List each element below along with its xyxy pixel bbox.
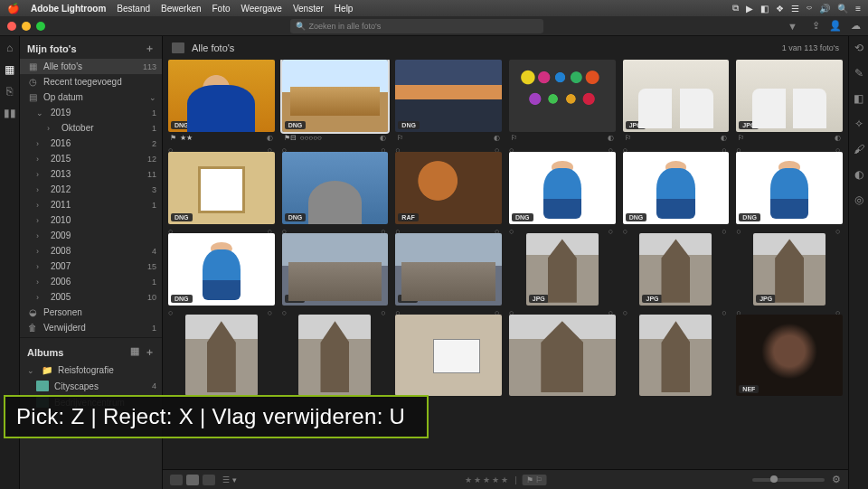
year-row[interactable]: › 2016 2 (20, 136, 162, 151)
apple-menu[interactable]: 🍎 (7, 3, 20, 14)
spotlight-icon[interactable]: 🔍 (837, 4, 848, 14)
photo-thumbnail[interactable]: JPG (282, 233, 389, 306)
photo-thumbnail[interactable] (395, 315, 502, 396)
histogram-icon[interactable]: ⟲ (853, 42, 865, 54)
year-row[interactable]: › 2009 (20, 228, 162, 243)
share-rail-icon[interactable]: ⎘ (4, 85, 16, 98)
photo-thumbnail[interactable]: RAF (395, 152, 502, 224)
book-icon[interactable]: ▮▮ (4, 107, 16, 119)
menu-venster[interactable]: Venster (293, 4, 324, 14)
photo-thumbnail[interactable]: JPG (623, 60, 730, 132)
view-compare-button[interactable] (203, 475, 215, 485)
rating-stars[interactable]: ★★★★★ (465, 475, 510, 484)
edit-icon[interactable]: ✎ (853, 67, 865, 80)
flag-icon[interactable]: ⚑⊟ (284, 134, 297, 142)
photo-thumbnail[interactable]: DNG (395, 60, 502, 132)
status-icon[interactable]: ❖ (776, 4, 784, 14)
photo-cell[interactable]: ○ ○DNG (623, 152, 730, 224)
menu-weergave[interactable]: Weergave (241, 4, 282, 14)
photo-thumbnail[interactable]: JPG (395, 233, 502, 306)
user-icon[interactable]: 👤 (829, 20, 842, 32)
sidebar-item[interactable]: 🗑 Verwijderd 1 (20, 320, 162, 335)
albums-view-icon[interactable]: ▦ (130, 345, 139, 359)
photo-thumbnail[interactable]: JPG (753, 233, 826, 306)
status-icon[interactable]: ⧉ (732, 3, 739, 14)
photo-cell[interactable]: ○ ○ (282, 315, 389, 396)
photo-thumbnail[interactable]: JPG (736, 60, 843, 132)
photo-thumbnail[interactable]: DNG (168, 60, 275, 132)
photo-cell[interactable]: ○ ○JPG⚐ ◐ (623, 60, 730, 143)
sidebar-item[interactable]: ▤ Op datum ⌄ (20, 89, 162, 105)
notifications-icon[interactable]: ≡ (855, 4, 861, 14)
photos-icon[interactable]: ▦ (4, 63, 16, 76)
photo-thumbnail[interactable] (509, 315, 616, 396)
year-row[interactable]: › 2008 4 (20, 243, 162, 259)
photo-cell[interactable]: ○ ○JPG (282, 233, 389, 306)
photo-thumbnail[interactable]: DNG (736, 152, 843, 224)
photo-cell[interactable]: ○ ○JPG (736, 233, 843, 306)
cloud-icon[interactable]: ☁ (851, 20, 861, 32)
sort-button[interactable]: ☰ ▾ (222, 475, 237, 484)
settings-icon[interactable]: ⚙ (832, 474, 841, 485)
status-icon[interactable]: ◧ (760, 4, 769, 14)
flag-icon[interactable]: ⚐ (625, 134, 631, 142)
filter-icon[interactable]: ▼ (788, 21, 797, 32)
sidebar-item[interactable]: ▦ Alle foto's 113 (20, 59, 162, 74)
year-row[interactable]: › 2010 (20, 212, 162, 228)
menu-bewerken[interactable]: Bewerken (161, 4, 201, 14)
menu-help[interactable]: Help (335, 4, 354, 14)
wifi-icon[interactable]: ⌔ (807, 4, 812, 14)
menu-bestand[interactable]: Bestand (117, 4, 150, 14)
year-row[interactable]: › 2006 1 (20, 274, 162, 289)
flag-icon[interactable]: ⚐ (738, 134, 744, 142)
year-row[interactable]: › 2012 3 (20, 182, 162, 197)
window-close-button[interactable] (7, 22, 16, 31)
menu-foto[interactable]: Foto (212, 4, 231, 14)
photo-cell[interactable]: ○ ○DNG (282, 152, 389, 224)
share-icon[interactable]: ⇪ (812, 20, 820, 32)
photo-cell[interactable]: ○ ○DNG (168, 233, 275, 306)
add-icon[interactable]: ＋ (145, 42, 155, 55)
photo-cell[interactable]: ○ ○DNG⚑⊟ ○○○○○ ◐ (282, 60, 389, 143)
flag-icon[interactable]: ⚑ (170, 134, 176, 142)
photo-cell[interactable]: ○ ○ (168, 315, 275, 396)
search-input[interactable]: 🔍 Zoeken in alle foto's (290, 19, 543, 33)
photo-thumbnail[interactable] (185, 315, 258, 396)
year-row[interactable]: › 2013 11 (20, 166, 162, 182)
status-icon[interactable]: ▶ (746, 4, 753, 14)
photo-cell[interactable]: ○ ○ (623, 315, 730, 396)
photo-cell[interactable]: ○ ○JPG (623, 233, 730, 306)
photo-thumbnail[interactable]: DNG (168, 233, 275, 306)
rating-display[interactable]: ★★ (180, 134, 193, 142)
album-item[interactable]: Cityscapes 4 (20, 378, 162, 394)
year-row[interactable]: › 2015 12 (20, 151, 162, 166)
radial-icon[interactable]: ◎ (853, 193, 865, 206)
photo-cell[interactable]: ○ ○⚐ ◐ (509, 60, 616, 143)
photo-cell[interactable]: ○ ○DNG⚐ ◐ (395, 60, 502, 143)
photo-cell[interactable]: ○ ○ (509, 315, 616, 396)
photo-thumbnail[interactable] (509, 60, 616, 132)
photo-thumbnail[interactable] (639, 315, 712, 396)
photo-thumbnail[interactable]: DNG (282, 152, 389, 224)
photo-cell[interactable]: ○ ○ (395, 315, 502, 396)
album-group[interactable]: ⌄ 📁 Reisfotografie (20, 362, 162, 378)
photo-thumbnail[interactable]: DNG (623, 152, 730, 224)
sidebar-item[interactable]: ◷ Recent toegevoegd (20, 74, 162, 89)
app-name[interactable]: Adobe Lightroom (31, 4, 106, 14)
year-row[interactable]: › 2005 10 (20, 289, 162, 305)
photo-cell[interactable]: ○ ○JPG (509, 233, 616, 306)
window-minimize-button[interactable] (22, 22, 31, 31)
view-grid-button[interactable] (186, 475, 199, 485)
rating-display[interactable]: ○○○○○ (300, 134, 322, 142)
brush-icon[interactable]: 🖌 (853, 143, 865, 155)
photo-thumbnail[interactable]: JPG (526, 233, 599, 306)
photo-thumbnail[interactable]: DNG (282, 60, 389, 132)
albums-add-icon[interactable]: ＋ (145, 345, 155, 359)
heal-icon[interactable]: ✧ (853, 118, 865, 130)
photo-cell[interactable]: ○ ○JPG (395, 233, 502, 306)
photo-cell[interactable]: ○ ○DNG (736, 152, 843, 224)
flag-toggle[interactable]: ⚑ ⚐ (523, 475, 547, 485)
status-icon[interactable]: ☰ (791, 4, 799, 14)
photo-thumbnail[interactable]: NEF (736, 315, 843, 396)
month-row[interactable]: › Oktober 1 (20, 120, 162, 136)
